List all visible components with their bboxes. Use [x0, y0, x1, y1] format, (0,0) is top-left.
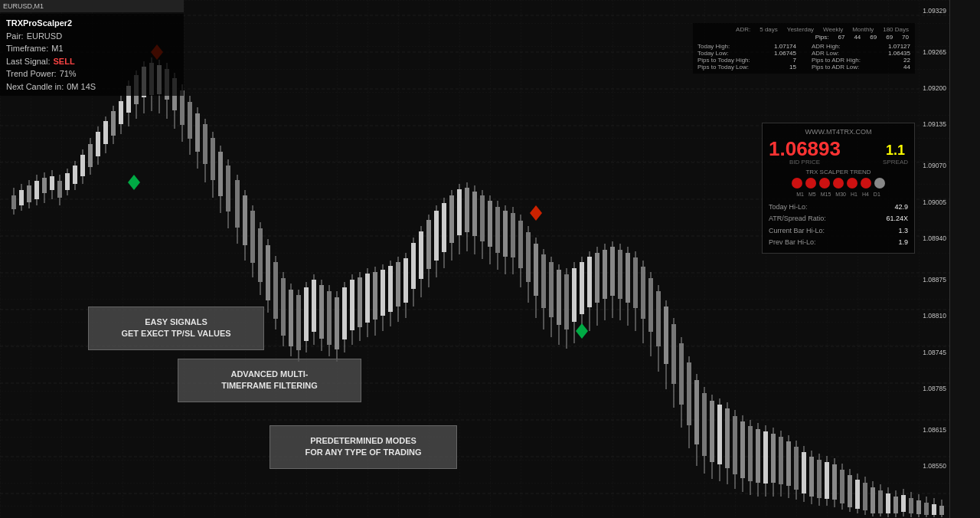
svg-rect-111: [373, 272, 377, 320]
dot-label-m30: M30: [835, 192, 846, 197]
svg-rect-237: [855, 480, 860, 509]
indicator-info: TRXProScalper2 Pair: EURUSD Timeframe: M…: [0, 14, 184, 96]
bid-price: 1.06893: [769, 139, 841, 159]
pips-adr-high-label: Pips to ADR High:: [812, 57, 861, 64]
svg-rect-29: [57, 181, 62, 198]
price-8: 1.08875: [923, 276, 946, 284]
svg-rect-189: [671, 324, 676, 384]
svg-rect-107: [358, 277, 362, 327]
svg-rect-35: [80, 155, 85, 176]
svg-rect-103: [342, 287, 347, 339]
svg-rect-191: [679, 343, 684, 405]
svg-rect-109: [365, 274, 370, 323]
svg-rect-171: [603, 250, 607, 299]
svg-rect-117: [396, 262, 400, 307]
predetermined-modes-box: PREDETERMINED MODES FOR ANY TYPE OF TRAD…: [270, 425, 457, 469]
svg-rect-245: [886, 493, 890, 513]
svg-rect-77: [243, 195, 247, 245]
svg-rect-27: [50, 176, 54, 190]
stat-atr: ATR/Spread Ratio: 61.24X: [769, 213, 908, 225]
svg-rect-175: [618, 250, 622, 299]
stat-atr-label: ATR/Spread Ratio:: [769, 213, 826, 225]
svg-rect-229: [825, 462, 829, 499]
svg-rect-157: [549, 262, 554, 317]
svg-rect-131: [449, 195, 454, 243]
svg-rect-31: [65, 173, 70, 190]
svg-rect-89: [289, 290, 293, 346]
dot-d1: [874, 178, 885, 189]
dot-m15: [819, 178, 830, 189]
today-high-val: 1.07174: [774, 43, 796, 50]
svg-rect-95: [312, 280, 316, 332]
stat-atr-val: 61.24X: [886, 213, 908, 225]
svg-rect-153: [534, 244, 538, 296]
svg-rect-139: [480, 195, 485, 241]
svg-rect-185: [656, 291, 661, 346]
adr-high-label: ADR High:: [812, 43, 841, 50]
advanced-filtering-box: ADVANCED MULTI- TIMEFRAME FILTERING: [178, 359, 361, 402]
advanced-line2: TIMEFRAME FILTERING: [221, 381, 318, 390]
svg-rect-235: [848, 475, 852, 507]
adr-low-val: 1.06435: [888, 50, 910, 57]
pair-value: EURUSD: [27, 30, 62, 43]
svg-rect-123: [419, 231, 423, 279]
svg-rect-231: [832, 464, 837, 500]
price-11: 1.08785: [923, 385, 946, 392]
svg-rect-239: [863, 483, 867, 510]
svg-rect-67: [203, 124, 207, 164]
stat-cur-bar-label: Current Bar Hi-Lo:: [769, 225, 825, 237]
pips-today-high-label: Pips to Today High:: [697, 57, 750, 64]
adr-val-3: 69: [886, 34, 893, 41]
candle-row: Next Candle in: 0M 14S: [6, 80, 178, 93]
dot-label-m15: M15: [821, 192, 831, 197]
stat-hiLo: Today Hi-Lo: 42.9: [769, 202, 908, 213]
svg-rect-203: [725, 408, 730, 468]
svg-rect-251: [909, 498, 913, 513]
dot-h4: [861, 178, 871, 189]
svg-rect-225: [809, 457, 814, 497]
svg-rect-23: [34, 181, 39, 199]
stat-cur-bar: Current Bar Hi-Lo: 1.3: [769, 225, 908, 237]
dot-label-h4: H4: [862, 192, 869, 197]
svg-rect-73: [226, 166, 230, 211]
svg-rect-181: [641, 267, 645, 319]
svg-rect-209: [748, 426, 753, 481]
svg-rect-115: [388, 266, 393, 312]
price-12: 1.08615: [923, 426, 946, 434]
predetermined-line1: PREDETERMINED MODES: [310, 436, 416, 445]
pips-label: Pips:: [815, 34, 829, 41]
dot-labels: M1 M5 M15 M30 H1 H4 D1: [769, 192, 908, 197]
svg-rect-173: [610, 247, 615, 296]
stat-prev-bar-label: Prev Bar Hi-Lo:: [769, 237, 816, 248]
svg-rect-25: [42, 178, 47, 193]
svg-rect-195: [694, 380, 699, 444]
svg-rect-137: [472, 192, 477, 236]
timeframe-value: M1: [51, 42, 63, 55]
svg-rect-247: [893, 497, 898, 513]
price-7: 1.08940: [923, 234, 946, 242]
today-low-val: 1.06745: [774, 50, 796, 57]
svg-rect-219: [786, 441, 791, 486]
svg-rect-227: [817, 460, 822, 498]
adr-label: ADR:: [736, 26, 750, 33]
svg-rect-75: [235, 180, 240, 228]
svg-rect-163: [572, 268, 577, 322]
signal-value: SELL: [53, 55, 74, 68]
svg-rect-187: [664, 307, 668, 364]
trend-label: Trend Power:: [6, 67, 57, 80]
price-5: 1.09070: [923, 162, 946, 169]
pips-today-high-val: 7: [793, 57, 796, 64]
svg-rect-119: [403, 258, 408, 303]
pair-row: Pair: EURUSD: [6, 30, 178, 43]
svg-rect-151: [526, 232, 531, 282]
trend-dots: [769, 178, 908, 189]
svg-rect-217: [779, 437, 783, 484]
timeframe-row: Timeframe: M1: [6, 42, 178, 55]
today-high-label: Today High:: [697, 43, 730, 50]
signal-label: Last Signal:: [6, 55, 50, 68]
bid-price-row: 1.06893 BID PRICE 1.1 SPREAD: [769, 139, 908, 166]
easy-signals-box: EASY SIGNALS GET EXECT TP/SL VALUES: [88, 307, 264, 350]
dot-m30: [833, 178, 844, 189]
svg-rect-215: [771, 434, 776, 483]
svg-rect-205: [733, 416, 737, 474]
